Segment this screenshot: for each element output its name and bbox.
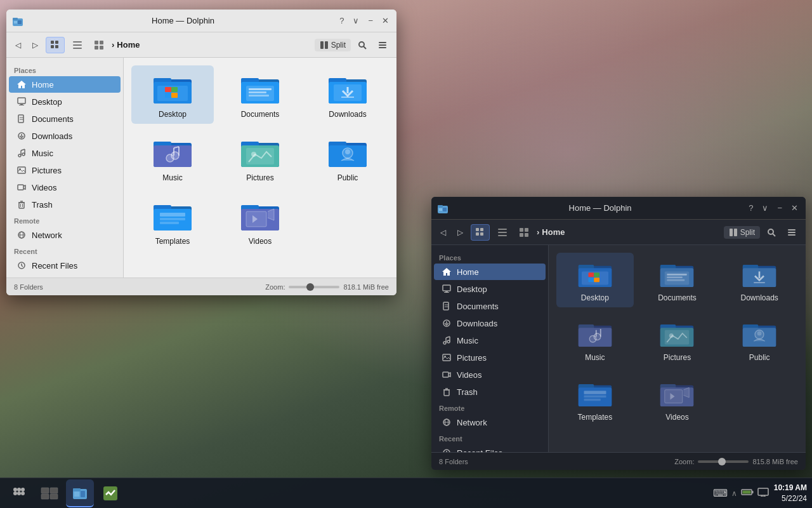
sidebar-item-downloads-1[interactable]: Downloads xyxy=(9,128,121,144)
trash-icon-2 xyxy=(442,387,452,397)
zoom-thumb-2[interactable] xyxy=(718,458,726,465)
file-item-public-1[interactable]: Public xyxy=(306,129,389,187)
list-view-btn-1[interactable] xyxy=(69,37,86,53)
sidebar-item-network-1[interactable]: Network xyxy=(9,227,121,243)
dolphin-window-2: Home — Dolphin ? ∨ − ✕ ◁ ▷ xyxy=(431,197,806,470)
menu-btn-2[interactable] xyxy=(783,225,801,240)
menu-btn-1[interactable] xyxy=(374,37,391,53)
file-item-documents-1[interactable]: Documents xyxy=(219,65,301,124)
sidebar-item-desktop-2[interactable]: Desktop xyxy=(434,281,546,297)
sidebar-item-desktop-1[interactable]: Desktop xyxy=(9,93,121,110)
file-item-documents-2[interactable]: Documents xyxy=(639,253,716,307)
sidebar-item-home-1[interactable]: Home xyxy=(9,76,121,93)
sidebar-item-music-2[interactable]: Music xyxy=(434,332,546,349)
file-item-downloads-1[interactable]: Downloads xyxy=(306,65,389,124)
forward-btn-2[interactable]: ▷ xyxy=(454,225,467,239)
keyboard-icon[interactable]: ⌨ xyxy=(713,487,728,499)
videos-icon-1 xyxy=(16,182,27,192)
battery-icon[interactable] xyxy=(741,488,754,498)
file-item-desktop-1[interactable]: Desktop xyxy=(131,65,214,124)
sidebar-item-documents-1[interactable]: Documents xyxy=(9,110,121,127)
svg-rect-11 xyxy=(95,41,98,44)
search-btn-1[interactable] xyxy=(353,37,371,53)
file-item-pictures-2[interactable]: Pictures xyxy=(639,312,716,367)
icon-view-btn-2[interactable] xyxy=(471,224,490,241)
shade-btn-2[interactable]: ∨ xyxy=(759,202,771,214)
svg-rect-124 xyxy=(443,302,449,310)
file-item-templates-1[interactable]: Templates xyxy=(131,192,214,251)
help-btn-1[interactable]: ? xyxy=(337,15,346,27)
tray-chevron[interactable]: ∧ xyxy=(731,489,737,498)
taskbar-activities[interactable] xyxy=(5,479,33,507)
compact-view-btn-1[interactable] xyxy=(90,37,108,53)
sidebar-item-recent-2[interactable]: Recent Files xyxy=(434,444,546,452)
taskbar-tray: ⌨ ∧ 10:19 AM 5/22/24 xyxy=(713,483,807,504)
svg-rect-26 xyxy=(18,115,23,123)
display-icon[interactable] xyxy=(757,488,769,498)
split-btn-2[interactable]: Split xyxy=(724,226,760,239)
sidebar-item-music-1[interactable]: Music xyxy=(9,145,121,161)
file-item-desktop-2[interactable]: Desktop xyxy=(556,253,634,307)
svg-rect-19 xyxy=(379,42,386,43)
split-btn-1[interactable]: Split xyxy=(315,39,351,51)
sidebar-documents-label-1: Documents xyxy=(32,114,74,124)
compact-view-btn-2[interactable] xyxy=(515,225,533,240)
forward-btn-1[interactable]: ▷ xyxy=(29,38,42,52)
shade-btn-1[interactable]: ∨ xyxy=(350,15,362,27)
sidebar-item-documents-2[interactable]: Documents xyxy=(434,298,546,314)
svg-marker-120 xyxy=(442,268,451,276)
remote-label-1: Remote xyxy=(6,213,123,226)
back-btn-1[interactable]: ◁ xyxy=(11,38,25,52)
sidebar-item-recent-1[interactable]: Recent Files xyxy=(9,257,121,274)
sidebar-item-network-2[interactable]: Network xyxy=(434,414,546,431)
back-btn-2[interactable]: ◁ xyxy=(436,225,450,239)
zoom-track-2[interactable] xyxy=(698,460,749,463)
sidebar-item-trash-1[interactable]: Trash xyxy=(9,196,121,213)
file-item-pictures-1[interactable]: Pictures xyxy=(219,129,301,187)
minimize-btn-2[interactable]: − xyxy=(775,202,785,214)
svg-rect-92 xyxy=(160,222,179,224)
icon-view-btn-1[interactable] xyxy=(46,37,65,53)
file-label-videos-2: Videos xyxy=(665,413,688,422)
system-clock[interactable]: 10:19 AM 5/22/24 xyxy=(774,483,807,504)
breadcrumb-location-1[interactable]: Home xyxy=(117,40,140,50)
sidebar-item-pictures-2[interactable]: Pictures xyxy=(434,349,546,366)
svg-point-193 xyxy=(17,488,21,491)
svg-point-196 xyxy=(17,491,21,495)
minimize-btn-1[interactable]: − xyxy=(365,15,376,27)
svg-point-192 xyxy=(13,488,17,491)
svg-point-168 xyxy=(594,333,601,340)
taskbar-pager[interactable] xyxy=(36,479,63,507)
file-item-videos-2[interactable]: Videos xyxy=(639,372,716,427)
downloads-icon-1 xyxy=(16,131,27,141)
zoom-thumb-1[interactable] xyxy=(306,283,314,291)
help-btn-2[interactable]: ? xyxy=(746,202,756,214)
svg-rect-10 xyxy=(73,48,82,49)
sidebar-music-label-1: Music xyxy=(32,149,53,158)
sidebar-item-home-2[interactable]: Home xyxy=(434,264,546,280)
svg-rect-14 xyxy=(100,46,103,50)
zoom-track-1[interactable] xyxy=(289,286,339,288)
taskbar-dolphin[interactable] xyxy=(66,479,94,507)
sidebar-item-pictures-1[interactable]: Pictures xyxy=(9,162,121,178)
file-item-public-2[interactable]: Public xyxy=(721,312,798,367)
close-btn-2[interactable]: ✕ xyxy=(789,202,801,214)
file-item-music-2[interactable]: Music xyxy=(556,312,634,367)
sidebar-item-trash-2[interactable]: Trash xyxy=(434,384,546,400)
breadcrumb-location-2[interactable]: Home xyxy=(542,227,565,237)
taskbar-app4[interactable] xyxy=(96,479,124,507)
breadcrumb-2: › Home xyxy=(537,227,720,237)
file-item-downloads-2[interactable]: Downloads xyxy=(721,253,798,307)
list-view-btn-2[interactable] xyxy=(494,225,511,240)
sidebar-item-videos-1[interactable]: Videos xyxy=(9,179,121,196)
sidebar-item-downloads-2[interactable]: Downloads xyxy=(434,315,546,331)
tray-icons: ⌨ ∧ xyxy=(713,487,769,499)
sidebar-item-videos-2[interactable]: Videos xyxy=(434,366,546,383)
search-btn-2[interactable] xyxy=(763,225,780,240)
window-body-2: Places Home Desktop xyxy=(431,245,806,452)
svg-rect-38 xyxy=(18,185,23,190)
file-item-templates-2[interactable]: Templates xyxy=(556,372,634,427)
file-item-videos-1[interactable]: Videos xyxy=(219,192,301,251)
file-item-music-1[interactable]: Music xyxy=(131,129,214,187)
close-btn-1[interactable]: ✕ xyxy=(379,15,391,27)
